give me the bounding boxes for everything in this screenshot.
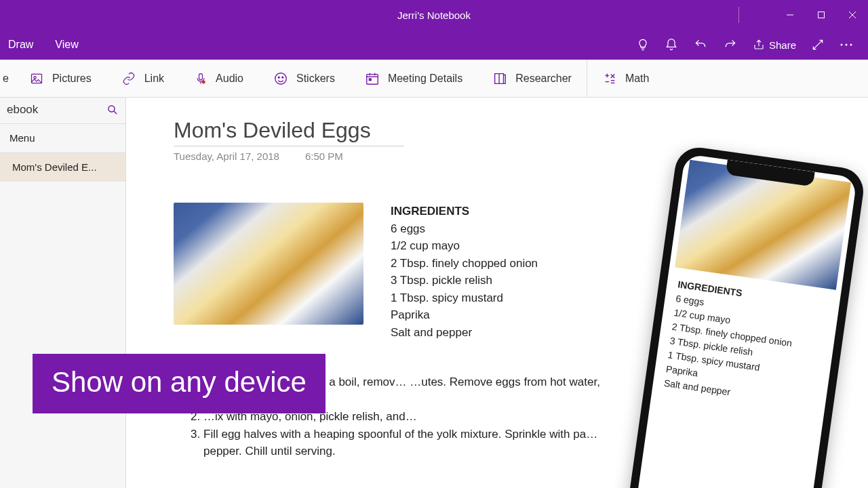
fullscreen-icon[interactable] bbox=[811, 38, 825, 52]
svg-rect-9 bbox=[199, 73, 203, 79]
titlebar: Jerri's Notebook bbox=[0, 0, 868, 30]
page-time: 6:50 PM bbox=[305, 150, 343, 162]
ingredients-block[interactable]: INGREDIENTS 6 eggs 1/2 cup mayo 2 Tbsp. … bbox=[391, 203, 538, 341]
sidebar: ebook Menu Mom's Deviled E... bbox=[0, 98, 126, 488]
tool-researcher[interactable]: Researcher bbox=[477, 60, 587, 97]
svg-point-5 bbox=[846, 44, 848, 46]
separator bbox=[174, 146, 404, 146]
window-title: Jerri's Notebook bbox=[397, 9, 471, 21]
tool-item-partial[interactable]: e bbox=[0, 60, 14, 97]
tool-meeting[interactable]: Meeting Details bbox=[350, 60, 477, 97]
minimize-button[interactable] bbox=[774, 0, 806, 30]
sidebar-item-deviled-eggs[interactable]: Mom's Deviled E... bbox=[0, 153, 125, 182]
maximize-button[interactable] bbox=[806, 0, 837, 30]
svg-point-13 bbox=[282, 77, 283, 78]
ingredient-line: Paprika bbox=[391, 306, 538, 324]
more-icon[interactable] bbox=[840, 43, 853, 47]
tool-audio[interactable]: Audio bbox=[179, 60, 258, 97]
smile-icon bbox=[273, 71, 288, 86]
tool-pictures[interactable]: Pictures bbox=[14, 60, 106, 97]
svg-point-8 bbox=[34, 76, 36, 78]
ribbon: Draw View Share bbox=[0, 30, 868, 60]
svg-point-10 bbox=[202, 80, 205, 83]
tool-link[interactable]: Link bbox=[106, 60, 179, 97]
picture-icon bbox=[29, 72, 44, 85]
math-icon bbox=[602, 71, 617, 86]
undo-icon[interactable] bbox=[693, 38, 708, 52]
microphone-icon bbox=[194, 71, 208, 86]
ingredient-line: Salt and pepper bbox=[391, 324, 538, 342]
bell-icon[interactable] bbox=[665, 38, 678, 52]
tab-view[interactable]: View bbox=[54, 36, 79, 54]
svg-rect-18 bbox=[369, 79, 371, 81]
svg-point-11 bbox=[275, 73, 287, 84]
tab-draw[interactable]: Draw bbox=[7, 36, 35, 54]
page-date: Tuesday, April 17, 2018 bbox=[174, 150, 279, 162]
book-icon bbox=[492, 71, 507, 86]
svg-point-12 bbox=[278, 77, 279, 78]
svg-rect-14 bbox=[367, 74, 378, 84]
search-icon[interactable] bbox=[106, 104, 119, 116]
separator bbox=[738, 7, 739, 23]
ingredient-line: 1 Tbsp. spicy mustard bbox=[391, 289, 538, 307]
svg-point-26 bbox=[108, 106, 115, 112]
share-label: Share bbox=[769, 39, 796, 51]
svg-line-27 bbox=[114, 111, 117, 114]
tool-stickers[interactable]: Stickers bbox=[258, 60, 350, 97]
svg-point-6 bbox=[850, 44, 852, 46]
ingredient-line: 1/2 cup mayo bbox=[391, 237, 538, 255]
notebook-name[interactable]: ebook bbox=[7, 103, 38, 117]
redo-icon[interactable] bbox=[723, 38, 738, 52]
link-icon bbox=[121, 72, 136, 85]
share-icon bbox=[753, 39, 765, 51]
ingredients-heading: INGREDIENTS bbox=[391, 203, 538, 220]
ingredient-line: 6 eggs bbox=[391, 220, 538, 238]
share-button[interactable]: Share bbox=[753, 39, 796, 51]
direction-step: Fill egg halves with a heaping spoonful … bbox=[203, 426, 614, 460]
ingredient-line: 2 Tbsp. finely chopped onion bbox=[391, 255, 538, 272]
page-title[interactable]: Mom's Deviled Eggs bbox=[174, 118, 868, 143]
promo-banner: Show on any device bbox=[33, 354, 326, 413]
lightbulb-icon[interactable] bbox=[636, 38, 650, 52]
phone-ingredients: INGREDIENTS 6 eggs 1/2 cup mayo 2 Tbsp. … bbox=[651, 266, 842, 422]
close-button[interactable] bbox=[837, 0, 868, 30]
svg-point-4 bbox=[841, 44, 843, 46]
recipe-image[interactable] bbox=[174, 203, 363, 325]
tool-math[interactable]: Math bbox=[587, 60, 665, 97]
svg-rect-1 bbox=[818, 12, 825, 18]
calendar-icon bbox=[365, 71, 380, 86]
insert-toolbar: e Pictures Link Audio Stickers Meeting D… bbox=[0, 60, 868, 98]
sidebar-item-menu[interactable]: Menu bbox=[0, 124, 125, 152]
ingredient-line: 3 Tbsp. pickle relish bbox=[391, 272, 538, 289]
